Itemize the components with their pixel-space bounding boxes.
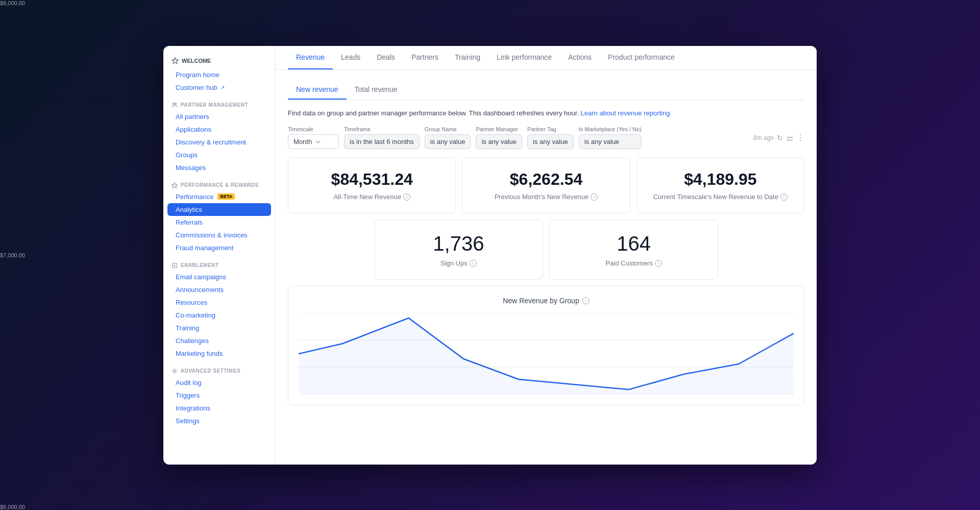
sidebar-item-co-marketing[interactable]: Co-marketing (163, 309, 275, 322)
timeframe-label: Timeframe (344, 126, 420, 132)
group-name-value[interactable]: is any value (425, 134, 471, 149)
performance-rewards-header: PERFORMANCE & REWARDS (163, 178, 275, 190)
tab-training[interactable]: Training (447, 46, 488, 69)
filter-settings-icon[interactable]: ⚌ (786, 133, 793, 142)
sidebar-item-triggers[interactable]: Triggers (163, 389, 275, 402)
prev-month-revenue-label: Previous Month's New Revenue i (473, 193, 619, 201)
stats-row-2: 1,736 Sign Ups i 164 Paid Customers i (288, 220, 804, 280)
partner-tag-label: Partner Tag (527, 126, 574, 132)
stat-paid-customers: 164 Paid Customers i (549, 220, 718, 280)
sign-ups-value: 1,736 (385, 232, 532, 255)
sidebar-item-performance[interactable]: Performance BETA (163, 190, 275, 203)
current-timescale-revenue-label: Current Timescale's New Revenue to Date … (647, 193, 794, 201)
svg-point-1 (175, 103, 176, 104)
chart-title: New Revenue by Group i (299, 297, 794, 305)
filter-timescale: Timescale Month (288, 126, 339, 149)
sidebar-item-messages[interactable]: Messages (163, 161, 275, 174)
content-area: New revenue Total revenue Find data on g… (276, 70, 817, 465)
sidebar-item-integrations[interactable]: Integrations (163, 402, 275, 415)
tab-product-performance[interactable]: Product performance (600, 46, 683, 69)
sidebar-item-customer-hub[interactable]: Customer hub ↗ (163, 81, 275, 94)
learn-link[interactable]: Learn about revenue reporting (581, 109, 670, 117)
sidebar-section-performance-rewards: PERFORMANCE & REWARDS Performance BETA A… (163, 178, 275, 254)
sidebar-item-training[interactable]: Training (163, 322, 275, 334)
sidebar-section-partner-management: PARTNER MANAGEMENT All partners Applicat… (163, 98, 275, 174)
sidebar-item-marketing-funds[interactable]: Marketing funds (163, 347, 275, 360)
sidebar-item-audit-log[interactable]: Audit log (163, 376, 275, 389)
all-time-revenue-value: $84,531.24 (299, 170, 445, 189)
more-options-icon[interactable]: ⋮ (796, 133, 804, 142)
info-description: Find data on group and partner manager p… (288, 108, 804, 118)
sidebar-item-fraud-management[interactable]: Fraud management (163, 241, 275, 254)
beta-badge: BETA (217, 193, 235, 200)
tab-partners[interactable]: Partners (403, 46, 447, 69)
chart-line-svg (299, 313, 794, 395)
sidebar-item-announcements[interactable]: Announcements (163, 283, 275, 296)
stat-sign-ups: 1,736 Sign Ups i (374, 220, 543, 280)
filter-partner-tag: Partner Tag is any value (527, 126, 574, 149)
sidebar-item-discovery-recruitment[interactable]: Discovery & recruitment (163, 136, 275, 149)
sub-tab-new-revenue[interactable]: New revenue (288, 80, 347, 100)
sidebar-item-commissions-invoices[interactable]: Commissions & invoices (163, 229, 275, 241)
prev-month-revenue-value: $6,262.54 (473, 170, 619, 189)
stat-all-time-revenue: $84,531.24 All-Time New Revenue i (288, 157, 456, 213)
partner-manager-value[interactable]: is any value (476, 134, 522, 149)
tab-revenue[interactable]: Revenue (288, 46, 333, 69)
filter-is-marketplace: Is Marketplace (Yes / No) is any value (579, 126, 642, 149)
partner-manager-label: Partner Manager (476, 126, 522, 132)
filter-group-name: Group Name is any value (425, 126, 471, 149)
top-tabs: Revenue Leads Deals Partners Training Li… (276, 46, 817, 70)
stat-current-timescale-revenue: $4,189.95 Current Timescale's New Revenu… (636, 157, 804, 213)
sidebar-item-program-home[interactable]: Program home (163, 68, 275, 81)
sidebar-welcome-header: WELCOME (163, 54, 275, 68)
filters-row: Timescale Month Timeframe is in the last… (288, 126, 804, 149)
prev-month-info-icon[interactable]: i (591, 193, 598, 201)
tab-actions[interactable]: Actions (560, 46, 600, 69)
sidebar-section-enablement: ENABLEMENT Email campaigns Announcements… (163, 258, 275, 360)
current-timescale-revenue-value: $4,189.95 (647, 170, 794, 189)
filter-actions: 8m ago ↻ ⚌ ⋮ (753, 133, 804, 142)
sidebar-item-settings[interactable]: Settings (163, 415, 275, 427)
enablement-header: ENABLEMENT (163, 258, 275, 271)
sidebar-item-groups[interactable]: Groups (163, 149, 275, 161)
sidebar-item-all-partners[interactable]: All partners (163, 110, 275, 123)
timeframe-value[interactable]: is in the last 6 months (344, 134, 420, 149)
sidebar-item-resources[interactable]: Resources (163, 296, 275, 309)
main-content: Revenue Leads Deals Partners Training Li… (276, 46, 817, 465)
sub-tabs: New revenue Total revenue (288, 80, 804, 100)
partner-management-header: PARTNER MANAGEMENT (163, 98, 275, 110)
refresh-icon[interactable]: ↻ (777, 134, 783, 142)
sub-tab-total-revenue[interactable]: Total revenue (347, 80, 406, 100)
is-marketplace-value[interactable]: is any value (579, 134, 642, 149)
paid-customers-value: 164 (560, 232, 707, 255)
filter-timeframe: Timeframe is in the last 6 months (344, 126, 420, 149)
chart-new-revenue-by-group: New Revenue by Group i $8,000.00 $7,000.… (288, 286, 804, 405)
advanced-settings-header: ADVANCED SETTINGS (163, 364, 275, 376)
chevron-down-icon (315, 139, 321, 145)
all-time-revenue-info-icon[interactable]: i (403, 193, 410, 201)
tab-leads[interactable]: Leads (333, 46, 369, 69)
svg-point-4 (174, 370, 175, 372)
sidebar-item-applications[interactable]: Applications (163, 123, 275, 136)
last-updated-text: 8m ago (753, 134, 774, 141)
tab-deals[interactable]: Deals (369, 46, 403, 69)
partner-tag-value[interactable]: is any value (527, 134, 574, 149)
chart-area-fill (299, 318, 794, 395)
timescale-select[interactable]: Month (288, 134, 339, 149)
sign-ups-label: Sign Ups i (385, 259, 532, 267)
all-time-revenue-label: All-Time New Revenue i (299, 193, 445, 201)
sidebar-item-analytics[interactable]: Analytics (167, 203, 271, 216)
sidebar-item-email-campaigns[interactable]: Email campaigns (163, 271, 275, 283)
external-link-icon: ↗ (220, 85, 225, 90)
svg-marker-2 (172, 182, 177, 187)
chart-info-icon[interactable]: i (582, 297, 590, 304)
tab-link-performance[interactable]: Link performance (488, 46, 560, 69)
stats-row-1: $84,531.24 All-Time New Revenue i $6,262… (288, 157, 804, 213)
paid-customers-label: Paid Customers i (560, 259, 707, 267)
sidebar-item-referrals[interactable]: Referrals (163, 216, 275, 229)
paid-customers-info-icon[interactable]: i (655, 260, 662, 267)
sidebar-section-welcome: WELCOME Program home Customer hub ↗ (163, 54, 275, 94)
current-timescale-info-icon[interactable]: i (780, 193, 788, 201)
sign-ups-info-icon[interactable]: i (470, 260, 477, 267)
sidebar-item-challenges[interactable]: Challenges (163, 334, 275, 347)
